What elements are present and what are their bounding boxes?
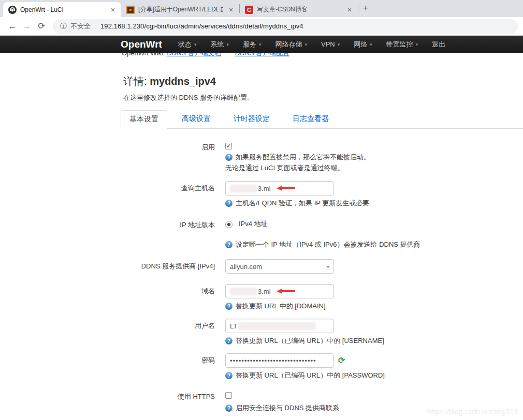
back-icon[interactable]: ←	[5, 19, 20, 34]
chevron-down-icon: ▾	[327, 264, 329, 269]
chevron-down-icon: ▾	[226, 42, 229, 47]
help-icon: ?	[225, 241, 233, 248]
username-value: LT	[230, 322, 237, 330]
wiki-links-line: OpenWrt Wiki: DDNS 客户端文档DDNS 客户端配置	[0, 53, 523, 58]
enable-label: 启用	[121, 142, 215, 152]
tab-advanced-settings[interactable]: 高级设置	[173, 110, 219, 128]
domain-help-text: 替换更新 URL 中的 [DOMAIN]	[236, 302, 326, 311]
menu-nas[interactable]: 网络存储 ▾	[275, 40, 307, 49]
address-bar[interactable]: ⓘ 不安全 192.168.1.230/cgi-bin/luci/admin/s…	[53, 19, 518, 34]
browser-toolbar: ← → ⟳ ⓘ 不安全 192.168.1.230/cgi-bin/luci/a…	[0, 17, 523, 36]
row-password: 密码 •••••••••••••••••••••••••••••• ⟳ ? 替换…	[121, 353, 523, 380]
help-icon: ?	[225, 372, 233, 379]
openwrt-brand: OpenWrt	[121, 39, 162, 50]
ddns-form: 启用 ✓ ? 如果服务配置被禁用，那么它将不能被启动。 无论是通过 LuCI 页…	[121, 129, 523, 413]
menu-label: 系统	[210, 40, 224, 49]
chevron-down-icon: ▾	[370, 42, 372, 47]
lookup-hostname-input[interactable]: 3.ml	[225, 181, 334, 196]
enable-checkbox[interactable]: ✓	[225, 143, 232, 149]
use-https-help: ? 启用安全连接与 DDNS 提供商联系	[225, 403, 339, 413]
username-help-text: 替换更新 URL（已编码 URL）中的 [USERNAME]	[236, 336, 384, 346]
menu-label: 状态	[178, 40, 192, 49]
menu-bandwidth[interactable]: 带宽监控 ▾	[386, 40, 418, 49]
enable-help-text2: 无论是通过 LuCI 页面或者是通过终端。	[225, 163, 344, 173]
url-text[interactable]: 192.168.1.230/cgi-bin/luci/admin/service…	[100, 22, 303, 30]
ipv4-radio[interactable]	[225, 221, 233, 228]
domain-value: 3.ml	[258, 288, 271, 295]
lookup-hostname-help: ? 主机名/FQDN 验证，如果 IP 更新发生或必要	[225, 199, 369, 208]
wiki-config-link[interactable]: DDNS 客户端配置	[235, 53, 289, 57]
forum-favicon-icon	[126, 6, 135, 14]
browser-tab-title: [分享]适用于OpenWRT/LEDE自	[138, 5, 223, 14]
browser-tab-openwrt[interactable]: OpenWrt - LuCI ×	[3, 2, 121, 17]
browser-tab-csdn[interactable]: C 写文章-CSDN博客 ×	[240, 2, 358, 17]
help-icon: ?	[225, 154, 233, 161]
ip-version-label: IP 地址版本	[121, 219, 215, 230]
provider-select[interactable]: aliyun.com ▾	[225, 259, 334, 274]
wiki-doc-link[interactable]: DDNS 客户端文档	[167, 53, 221, 57]
ipv4-option-label: IPv4 地址	[239, 219, 268, 229]
menu-vpn[interactable]: VPN ▾	[321, 40, 340, 48]
help-icon: ?	[225, 200, 233, 207]
page-title-prefix: 详情:	[123, 76, 150, 87]
username-label: 用户名	[121, 319, 215, 333]
close-tab-icon[interactable]: ×	[227, 6, 235, 14]
tab-timer-settings[interactable]: 计时器设定	[225, 110, 278, 128]
password-label: 密码	[121, 353, 215, 368]
info-icon[interactable]: ⓘ	[60, 22, 67, 31]
refresh-password-icon[interactable]: ⟳	[338, 353, 345, 368]
close-tab-icon[interactable]: ×	[109, 6, 117, 14]
use-https-label: 使用 HTTPS	[121, 391, 215, 401]
menu-label: 网络存储	[275, 40, 302, 49]
provider-label: DDNS 服务提供商 [IPv4]	[121, 259, 215, 274]
page-subtitle: 在这里修改选择的 DDNS 服务的详细配置。	[121, 93, 523, 102]
csdn-favicon-icon: C	[245, 6, 253, 14]
menu-status[interactable]: 状态 ▾	[178, 40, 197, 49]
menu-system[interactable]: 系统 ▾	[210, 40, 229, 49]
row-provider: DDNS 服务提供商 [IPv4] aliyun.com ▾	[121, 259, 523, 274]
menu-label: 带宽监控	[386, 40, 413, 49]
browser-tab-title: 写文章-CSDN博客	[257, 5, 342, 14]
menu-label: 退出	[432, 40, 445, 49]
help-icon: ?	[225, 337, 233, 344]
menu-network[interactable]: 网络 ▾	[354, 40, 372, 49]
row-enable: 启用 ✓ ? 如果服务配置被禁用，那么它将不能被启动。 无论是通过 LuCI 页…	[121, 142, 523, 173]
tab-basic-settings[interactable]: 基本设置	[121, 110, 167, 129]
help-icon: ?	[225, 303, 233, 310]
red-arrow-annotation-icon	[276, 185, 296, 191]
ip-version-help-text: 设定哪一个 IP 地址（IPv4 或 IPv6）会被发送给 DDNS 提供商	[236, 240, 420, 249]
chevron-down-icon: ▾	[338, 42, 340, 47]
red-arrow-annotation-icon	[276, 288, 296, 294]
menu-label: VPN	[321, 40, 335, 48]
use-https-checkbox[interactable]	[225, 392, 232, 399]
main-content: 详情: myddns_ipv4 在这里修改选择的 DDNS 服务的详细配置。 基…	[0, 74, 523, 413]
new-tab-button[interactable]: +	[358, 2, 373, 16]
close-tab-icon[interactable]: ×	[345, 6, 354, 14]
forward-icon[interactable]: →	[20, 19, 34, 34]
redacted-blur	[238, 322, 316, 330]
ip-version-help: ? 设定哪一个 IP 地址（IPv4 或 IPv6）会被发送给 DDNS 提供商	[225, 240, 420, 249]
domain-input[interactable]: 3.ml	[225, 284, 334, 298]
domain-label: 域名	[121, 284, 215, 298]
browser-tab-title: OpenWrt - LuCI	[20, 6, 105, 13]
domain-help: ? 替换更新 URL 中的 [DOMAIN]	[225, 302, 334, 311]
lookup-hostname-value: 3.ml	[258, 185, 271, 192]
menu-label: 服务	[243, 40, 256, 49]
urlbar-divider	[95, 22, 95, 30]
row-domain: 域名 3.ml ? 替换更新 URL 中的 [DOMAIN]	[121, 284, 523, 311]
page-title: 详情: myddns_ipv4	[121, 74, 523, 88]
enable-help-line2: 无论是通过 LuCI 页面或者是通过终端。	[225, 163, 370, 173]
tab-log-viewer[interactable]: 日志查看器	[284, 110, 337, 128]
menu-services[interactable]: 服务 ▾	[243, 40, 262, 49]
menu-logout[interactable]: 退出	[432, 40, 445, 49]
provider-selected-value: aliyun.com	[230, 263, 262, 271]
browser-tab-forum[interactable]: [分享]适用于OpenWRT/LEDE自 ×	[121, 2, 239, 17]
security-label: 不安全	[70, 22, 91, 31]
password-input[interactable]: ••••••••••••••••••••••••••••••	[225, 353, 334, 368]
reload-icon[interactable]: ⟳	[34, 19, 49, 34]
lookup-hostname-label: 查询主机名	[121, 181, 215, 196]
openwrt-favicon-icon	[8, 6, 17, 14]
username-input[interactable]: LT	[225, 319, 334, 333]
lookup-hostname-help-text: 主机名/FQDN 验证，如果 IP 更新发生或必要	[236, 199, 369, 208]
redacted-blur	[230, 288, 257, 295]
